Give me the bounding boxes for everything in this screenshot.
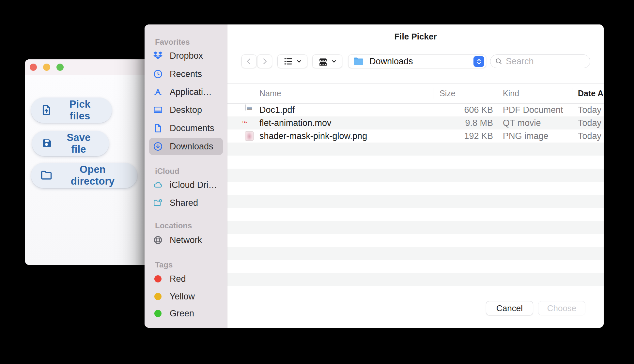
finder-sidebar: Favorites Dropbox Recents [145, 24, 227, 328]
section-title-tags: Tags [155, 260, 173, 269]
image-file-icon [245, 131, 254, 141]
column-header-row: Name Size Kind Date Added [227, 83, 604, 103]
app-store-icon [153, 87, 163, 97]
chevron-down-icon [331, 59, 337, 64]
sidebar-item-label: Red [170, 274, 186, 284]
column-divider[interactable] [573, 88, 573, 99]
sidebar-item-label: Recents [170, 69, 202, 79]
folder-icon [353, 56, 364, 66]
clock-icon [153, 69, 163, 79]
file-list: Doc1.pdf 606 KB PDF Document Today FLET … [227, 103, 604, 143]
file-size: 9.8 MB [465, 116, 493, 129]
search-input[interactable] [506, 56, 587, 67]
sidebar-item-label: Green [170, 309, 194, 319]
pdf-file-icon [245, 104, 246, 111]
file-picker-dialog: Favorites Dropbox Recents [145, 24, 604, 328]
sidebar-item-tag-yellow[interactable]: Yellow [149, 289, 223, 304]
file-row-doc1-pdf[interactable]: Doc1.pdf 606 KB PDF Document Today [227, 103, 604, 116]
column-header-name[interactable]: Name [259, 83, 281, 103]
sidebar-item-label: Applicati… [170, 87, 212, 97]
section-title-icloud: iCloud [155, 167, 179, 176]
document-icon [153, 123, 163, 133]
zoom-window-button[interactable] [56, 64, 64, 71]
file-kind: PNG image [503, 129, 549, 143]
file-row-flet-animation-mov[interactable]: FLET flet-animation.mov 9.8 MB QT movie … [227, 116, 604, 129]
column-divider[interactable] [497, 88, 497, 99]
red-tag-icon [154, 275, 162, 282]
pick-files-button[interactable]: Pick files [31, 98, 112, 123]
file-name: flet-animation.mov [259, 116, 332, 129]
popup-stepper-icon [473, 56, 484, 67]
open-directory-label: Open directory [59, 164, 126, 187]
group-view-menu-button[interactable] [312, 54, 342, 68]
sidebar-item-label: Desktop [170, 105, 202, 115]
close-window-button[interactable] [30, 64, 37, 71]
footer-divider [227, 288, 604, 288]
empty-list-stripes [227, 143, 604, 288]
search-icon [495, 57, 503, 66]
sidebar-item-documents[interactable]: Documents [149, 121, 223, 135]
file-date: Today [578, 103, 601, 116]
movie-icon-text: FLET [242, 121, 249, 123]
forward-button[interactable] [257, 54, 272, 68]
save-file-button[interactable]: Save file [32, 131, 109, 156]
chevron-left-icon [245, 57, 253, 66]
file-date: Today [578, 129, 601, 143]
save-icon [41, 137, 53, 150]
save-file-label: Save file [59, 132, 98, 155]
yellow-tag-icon [154, 293, 162, 300]
sidebar-item-shared[interactable]: Shared [149, 196, 223, 210]
column-header-kind[interactable]: Kind [503, 83, 519, 103]
file-date: Today [578, 116, 601, 129]
file-name: Doc1.pdf [259, 103, 295, 116]
sidebar-item-label: iCloud Dri… [170, 180, 217, 190]
current-location-label: Downloads [369, 56, 413, 67]
sidebar-item-label: Downloads [170, 142, 213, 152]
sidebar-item-label: Dropbox [170, 51, 203, 61]
column-header-date-added[interactable]: Date Added [578, 83, 604, 103]
file-size: 192 KB [464, 129, 493, 143]
search-field[interactable] [490, 54, 590, 68]
group-view-icon [318, 56, 328, 66]
location-popup-button[interactable]: Downloads [348, 54, 486, 68]
globe-icon [153, 235, 163, 245]
file-picker-main: File Picker [227, 24, 604, 328]
sidebar-item-downloads[interactable]: Downloads [149, 138, 223, 155]
cloud-icon [153, 180, 163, 190]
sidebar-item-dropbox[interactable]: Dropbox [149, 49, 223, 63]
folder-outline-icon [40, 169, 53, 182]
list-view-icon [283, 56, 293, 66]
minimize-window-button[interactable] [43, 64, 50, 71]
file-row-shader-mask-pink-glow-png[interactable]: shader-mask-pink-glow.png 192 KB PNG ima… [227, 129, 604, 143]
back-button[interactable] [241, 54, 256, 68]
choose-button[interactable]: Choose [538, 301, 585, 315]
sidebar-item-label: Shared [170, 198, 198, 208]
file-kind: QT movie [503, 116, 541, 129]
sidebar-item-recents[interactable]: Recents [149, 67, 223, 81]
sidebar-item-network[interactable]: Network [149, 233, 223, 247]
sidebar-item-applications[interactable]: Applicati… [149, 85, 223, 99]
sidebar-item-label: Network [170, 235, 202, 245]
sidebar-item-label: Documents [170, 123, 214, 133]
pick-files-label: Pick files [59, 99, 101, 122]
cancel-button[interactable]: Cancel [486, 301, 533, 315]
column-header-size[interactable]: Size [440, 83, 456, 103]
file-size: 606 KB [464, 103, 493, 116]
section-title-locations: Locations [155, 221, 192, 230]
file-kind: PDF Document [503, 103, 563, 116]
green-tag-icon [154, 310, 162, 317]
sidebar-item-tag-red[interactable]: Red [149, 272, 223, 286]
column-divider[interactable] [434, 88, 434, 99]
screen: Pick files Save file O [0, 0, 634, 364]
sidebar-item-icloud-drive[interactable]: iCloud Dri… [149, 178, 223, 192]
sidebar-item-label: Yellow [170, 292, 195, 302]
open-directory-button[interactable]: Open directory [31, 163, 137, 188]
list-view-menu-button[interactable] [277, 54, 307, 68]
sidebar-item-desktop[interactable]: Desktop [149, 103, 223, 117]
section-title-favorites: Favorites [155, 38, 190, 47]
chevron-down-icon [296, 59, 302, 64]
dialog-title: File Picker [227, 32, 604, 42]
desktop-icon [153, 105, 163, 115]
sidebar-item-tag-green[interactable]: Green [149, 306, 223, 321]
file-name: shader-mask-pink-glow.png [259, 129, 367, 143]
